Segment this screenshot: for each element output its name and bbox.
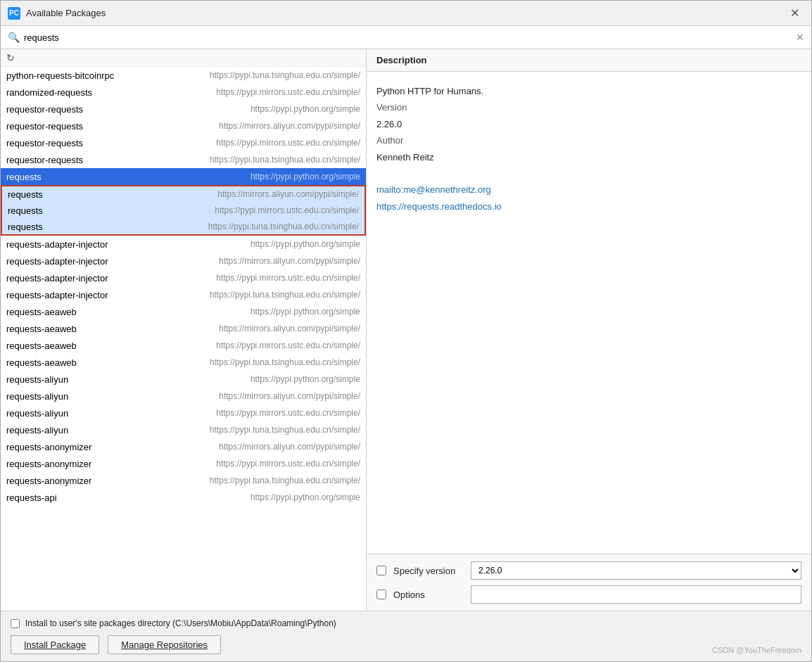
window-title: Available Packages — [26, 8, 779, 18]
left-panel: ↻ python-requests-bitcoinrpchttps://pypi… — [1, 49, 367, 611]
package-name: requests-aliyun — [6, 391, 147, 402]
list-item[interactable]: requests-anonymizerhttps://pypi.tuna.tsi… — [1, 472, 366, 489]
list-item[interactable]: requests-apihttps://pypi.python.org/simp… — [1, 489, 366, 506]
package-name: requests — [8, 205, 148, 216]
package-url: https://pypi.tuna.tsinghua.edu.cn/simple… — [210, 290, 360, 300]
package-url: https://pypi.python.org/simple — [250, 374, 360, 384]
list-item[interactable]: requests-anonymizerhttps://pypi.mirrors.… — [1, 455, 366, 472]
mailto-link[interactable]: mailto:me@kennethreitz.org — [376, 182, 801, 198]
package-url: https://pypi.mirrors.ustc.edu.cn/simple/ — [215, 205, 359, 215]
package-url: https://mirrors.aliyun.com/pypi/simple/ — [217, 189, 359, 199]
list-item[interactable]: requestor-requestshttps://pypi.python.or… — [1, 101, 366, 117]
clear-search-icon[interactable]: ✕ — [796, 32, 804, 43]
package-name: requestor-requests — [6, 104, 147, 115]
list-item[interactable]: requests-aeawebhttps://pypi.python.org/s… — [1, 303, 366, 320]
list-item[interactable]: requests-adapter-injectorhttps://pypi.mi… — [1, 269, 366, 286]
package-url: https://pypi.tuna.tsinghua.edu.cn/simple… — [210, 155, 360, 165]
list-item[interactable]: requests-aliyunhttps://mirrors.aliyun.co… — [1, 388, 366, 405]
close-button[interactable]: ✕ — [785, 4, 804, 23]
package-url: https://pypi.python.org/simple — [250, 172, 360, 182]
package-url: https://mirrors.aliyun.com/pypi/simple/ — [219, 256, 360, 266]
refresh-icon[interactable]: ↻ — [6, 52, 15, 63]
install-package-button[interactable]: Install Package — [11, 635, 99, 654]
version-label: Version — [376, 99, 801, 115]
package-name: randomized-requests — [6, 87, 147, 98]
package-url: https://pypi.tuna.tsinghua.edu.cn/simple… — [210, 70, 360, 80]
options-checkbox[interactable] — [376, 590, 386, 599]
list-item[interactable]: requestshttps://pypi.mirrors.ustc.edu.cn… — [1, 202, 366, 219]
install-path-checkbox[interactable] — [11, 619, 20, 628]
manage-repositories-button[interactable]: Manage Repositories — [108, 635, 221, 654]
package-url: https://pypi.mirrors.ustc.edu.cn/simple/ — [216, 459, 360, 469]
list-item[interactable]: requests-aliyunhttps://pypi.tuna.tsinghu… — [1, 421, 366, 438]
package-name: requests-aeaweb — [6, 324, 147, 334]
docs-link[interactable]: https://requests.readthedocs.io — [376, 198, 801, 215]
package-name: requests-aeaweb — [6, 307, 147, 317]
package-name: requests — [6, 172, 147, 182]
package-name: requests — [8, 189, 148, 200]
package-name: requests-aeaweb — [6, 340, 147, 351]
package-url: https://mirrors.aliyun.com/pypi/simple/ — [219, 442, 360, 452]
list-item[interactable]: requestshttps://pypi.tuna.tsinghua.edu.c… — [1, 219, 366, 236]
list-item[interactable]: requests-adapter-injectorhttps://pypi.tu… — [1, 286, 366, 303]
package-url: https://pypi.mirrors.ustc.edu.cn/simple/ — [216, 87, 360, 97]
package-name: requests-adapter-injector — [6, 239, 147, 250]
package-name: requests-adapter-injector — [6, 290, 147, 300]
list-item[interactable]: requestor-requestshttps://mirrors.aliyun… — [1, 117, 366, 134]
description-header: Description — [367, 49, 811, 72]
list-item[interactable]: requests-aliyunhttps://pypi.mirrors.ustc… — [1, 405, 366, 421]
options-label: Options — [393, 590, 464, 600]
package-name: requests-aliyun — [6, 408, 147, 419]
package-url: https://pypi.python.org/simple — [250, 492, 360, 502]
bottom-options: Specify version 2.26.0 Options — [367, 554, 811, 611]
package-url: https://pypi.mirrors.ustc.edu.cn/simple/ — [216, 273, 360, 283]
main-content: ↻ python-requests-bitcoinrpchttps://pypi… — [1, 49, 811, 611]
package-url: https://pypi.tuna.tsinghua.edu.cn/simple… — [208, 222, 359, 231]
list-item[interactable]: python-requests-bitcoinrpchttps://pypi.t… — [1, 67, 366, 84]
package-url: https://pypi.python.org/simple — [250, 307, 360, 317]
package-list: python-requests-bitcoinrpchttps://pypi.t… — [1, 67, 366, 611]
package-url: https://pypi.tuna.tsinghua.edu.cn/simple… — [210, 357, 360, 367]
package-url: https://pypi.mirrors.ustc.edu.cn/simple/ — [216, 138, 360, 148]
titlebar: PC Available Packages ✕ — [1, 1, 811, 26]
package-name: requests-aliyun — [6, 374, 147, 385]
list-item[interactable]: requestor-requestshttps://pypi.mirrors.u… — [1, 134, 366, 151]
list-item[interactable]: requests-adapter-injectorhttps://mirrors… — [1, 253, 366, 269]
list-item[interactable]: requests-aeawebhttps://pypi.mirrors.ustc… — [1, 337, 366, 354]
specify-version-checkbox[interactable] — [376, 566, 386, 575]
package-name: python-requests-bitcoinrpc — [6, 70, 147, 81]
package-url: https://pypi.python.org/simple — [250, 239, 360, 249]
package-name: requestor-requests — [6, 155, 147, 165]
package-name: requests-adapter-injector — [6, 273, 147, 284]
list-item[interactable]: requests-anonymizerhttps://mirrors.aliyu… — [1, 438, 366, 455]
version-value: 2.26.0 — [376, 116, 801, 132]
package-name: requests-anonymizer — [6, 442, 147, 452]
package-url: https://pypi.mirrors.ustc.edu.cn/simple/ — [216, 340, 360, 350]
install-path-label: Install to user's site packages director… — [25, 618, 336, 628]
description-text: Python HTTP for Humans. — [376, 83, 801, 99]
package-url: https://pypi.python.org/simple — [250, 104, 360, 114]
list-item[interactable]: requests-aliyunhttps://pypi.python.org/s… — [1, 371, 366, 388]
package-name: requests-adapter-injector — [6, 256, 147, 267]
specify-version-label: Specify version — [393, 566, 464, 576]
author-label: Author — [376, 132, 801, 148]
list-item[interactable]: requestor-requestshttps://pypi.tuna.tsin… — [1, 151, 366, 168]
install-path-row: Install to user's site packages director… — [11, 618, 801, 628]
package-url: https://mirrors.aliyun.com/pypi/simple/ — [219, 391, 360, 401]
list-item[interactable]: randomized-requestshttps://pypi.mirrors.… — [1, 84, 366, 101]
package-url: https://pypi.tuna.tsinghua.edu.cn/simple… — [210, 476, 360, 485]
version-select[interactable]: 2.26.0 — [471, 561, 801, 580]
package-name: requests — [8, 222, 148, 232]
search-bar: 🔍 ✕ — [1, 26, 811, 49]
list-item[interactable]: requests-aeawebhttps://mirrors.aliyun.co… — [1, 320, 366, 337]
list-item[interactable]: requestshttps://pypi.python.org/simple — [1, 168, 366, 185]
list-item[interactable]: requests-adapter-injectorhttps://pypi.py… — [1, 236, 366, 253]
search-input[interactable] — [24, 32, 792, 43]
package-name: requestor-requests — [6, 138, 147, 148]
list-item[interactable]: requests-aeawebhttps://pypi.tuna.tsinghu… — [1, 354, 366, 371]
options-row: Options — [376, 585, 801, 604]
list-item[interactable]: requestshttps://mirrors.aliyun.com/pypi/… — [1, 185, 366, 202]
refresh-bar: ↻ — [1, 49, 366, 67]
options-input[interactable] — [471, 585, 801, 604]
author-value: Kenneth Reitz — [376, 149, 801, 165]
